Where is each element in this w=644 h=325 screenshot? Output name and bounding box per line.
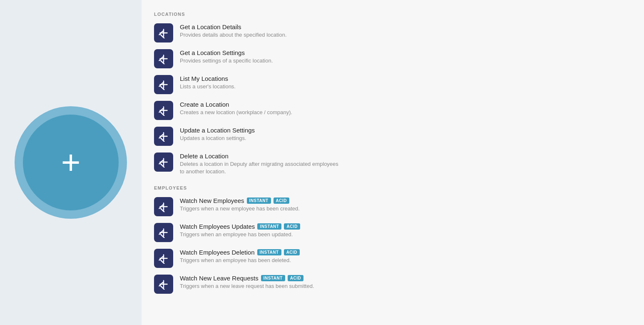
svg-rect-15 bbox=[160, 112, 165, 116]
svg-rect-39 bbox=[160, 285, 165, 290]
item-desc-update-a-location-settings: Updates a location settings. bbox=[180, 135, 255, 142]
svg-rect-19 bbox=[160, 138, 165, 142]
item-text-update-a-location-settings: Update a Location SettingsUpdates a loca… bbox=[180, 127, 255, 142]
svg-rect-11 bbox=[160, 86, 165, 90]
deputy-icon-get-location-settings bbox=[154, 49, 173, 68]
svg-rect-23 bbox=[160, 163, 165, 168]
item-text-list-my-locations: List My LocationsLists a user's location… bbox=[180, 75, 236, 90]
item-title-get-location-settings: Get a Location Settings bbox=[180, 49, 273, 56]
item-text-get-location-details: Get a Location DetailsProvides details a… bbox=[180, 23, 287, 39]
svg-rect-7 bbox=[160, 60, 165, 64]
item-desc-delete-a-location: Deletes a location in Deputy after migra… bbox=[180, 160, 340, 175]
item-title-text-watch-new-leave-requests: Watch New Leave Requests bbox=[180, 275, 259, 282]
list-item-create-a-location[interactable]: Create a LocationCreates a new location … bbox=[154, 99, 340, 122]
item-title-watch-new-leave-requests: Watch New Leave RequestsINSTANTACID bbox=[180, 275, 314, 282]
plus-circle-outer: + bbox=[15, 106, 127, 219]
item-text-watch-new-leave-requests: Watch New Leave RequestsINSTANTACIDTrigg… bbox=[180, 275, 314, 290]
item-title-update-a-location-settings: Update a Location Settings bbox=[180, 127, 255, 134]
list-item-get-location-details[interactable]: Get a Location DetailsProvides details a… bbox=[154, 22, 340, 44]
svg-rect-3 bbox=[160, 34, 165, 38]
section-label-employees: EMPLOYEES bbox=[154, 185, 340, 190]
item-desc-create-a-location: Creates a new location (workplace / comp… bbox=[180, 109, 292, 116]
deputy-icon-delete-a-location bbox=[154, 152, 173, 172]
item-title-watch-employees-updates: Watch Employees UpdatesINSTANTACID bbox=[180, 223, 300, 230]
section-locations: LOCATIONS Get a Location DetailsProvides… bbox=[154, 12, 340, 177]
list-item-watch-new-leave-requests[interactable]: Watch New Leave RequestsINSTANTACIDTrigg… bbox=[154, 273, 340, 295]
section-employees: EMPLOYEES Watch New EmployeesINSTANTACID… bbox=[154, 185, 340, 295]
svg-rect-27 bbox=[160, 208, 165, 212]
item-title-create-a-location: Create a Location bbox=[180, 101, 292, 108]
left-panel: + bbox=[0, 0, 142, 325]
plus-icon: + bbox=[61, 146, 81, 179]
item-title-watch-employees-deletion: Watch Employees DeletionINSTANTACID bbox=[180, 249, 300, 256]
deputy-icon-watch-employees-updates bbox=[154, 223, 173, 242]
svg-rect-31 bbox=[160, 234, 165, 238]
badge-acid-watch-employees-updates: ACID bbox=[284, 223, 300, 230]
svg-rect-35 bbox=[160, 260, 165, 264]
item-title-text-watch-employees-updates: Watch Employees Updates bbox=[180, 223, 255, 230]
badge-acid-watch-new-leave-requests: ACID bbox=[288, 275, 303, 281]
item-title-text-watch-employees-deletion: Watch Employees Deletion bbox=[180, 249, 255, 256]
item-title-text-list-my-locations: List My Locations bbox=[180, 75, 228, 82]
deputy-icon-watch-new-employees bbox=[154, 197, 173, 216]
badge-acid-watch-new-employees: ACID bbox=[274, 198, 289, 204]
list-item-watch-employees-updates[interactable]: Watch Employees UpdatesINSTANTACIDTrigge… bbox=[154, 221, 340, 244]
section-label-locations: LOCATIONS bbox=[154, 12, 340, 17]
item-text-watch-employees-updates: Watch Employees UpdatesINSTANTACIDTrigge… bbox=[180, 223, 300, 238]
deputy-icon-watch-employees-deletion bbox=[154, 249, 173, 268]
item-text-watch-employees-deletion: Watch Employees DeletionINSTANTACIDTrigg… bbox=[180, 249, 300, 264]
badge-instant-watch-new-employees: INSTANT bbox=[247, 198, 271, 204]
item-title-list-my-locations: List My Locations bbox=[180, 75, 236, 82]
list-item-update-a-location-settings[interactable]: Update a Location SettingsUpdates a loca… bbox=[154, 125, 340, 148]
item-text-watch-new-employees: Watch New EmployeesINSTANTACIDTriggers w… bbox=[180, 197, 300, 212]
item-title-text-update-a-location-settings: Update a Location Settings bbox=[180, 127, 255, 134]
item-title-get-location-details: Get a Location Details bbox=[180, 23, 287, 30]
item-desc-get-location-settings: Provides settings of a specific location… bbox=[180, 57, 273, 65]
item-title-text-watch-new-employees: Watch New Employees bbox=[180, 197, 244, 204]
list-item-get-location-settings[interactable]: Get a Location SettingsProvides settings… bbox=[154, 48, 340, 70]
badge-instant-watch-employees-updates: INSTANT bbox=[257, 223, 281, 230]
badge-acid-watch-employees-deletion: ACID bbox=[284, 249, 300, 255]
list-item-list-my-locations[interactable]: List My LocationsLists a user's location… bbox=[154, 73, 340, 96]
add-button[interactable]: + bbox=[23, 115, 119, 210]
item-desc-list-my-locations: Lists a user's locations. bbox=[180, 83, 236, 90]
item-title-watch-new-employees: Watch New EmployeesINSTANTACID bbox=[180, 197, 300, 204]
deputy-icon-update-a-location-settings bbox=[154, 127, 173, 146]
list-item-delete-a-location[interactable]: Delete a LocationDeletes a location in D… bbox=[154, 151, 340, 177]
item-desc-watch-new-leave-requests: Triggers when a new leave request has be… bbox=[180, 282, 314, 290]
item-text-get-location-settings: Get a Location SettingsProvides settings… bbox=[180, 49, 273, 65]
deputy-icon-create-a-location bbox=[154, 101, 173, 120]
item-text-delete-a-location: Delete a LocationDeletes a location in D… bbox=[180, 152, 340, 175]
badge-instant-watch-employees-deletion: INSTANT bbox=[257, 249, 281, 255]
item-text-create-a-location: Create a LocationCreates a new location … bbox=[180, 101, 292, 116]
main-content: LOCATIONS Get a Location DetailsProvides… bbox=[142, 0, 353, 325]
item-title-text-create-a-location: Create a Location bbox=[180, 101, 229, 108]
item-desc-watch-employees-deletion: Triggers when an employee has been delet… bbox=[180, 257, 300, 264]
item-title-delete-a-location: Delete a Location bbox=[180, 152, 340, 160]
item-desc-watch-employees-updates: Triggers when an employee has been updat… bbox=[180, 231, 300, 238]
item-desc-watch-new-employees: Triggers when a new employee has been cr… bbox=[180, 205, 300, 212]
deputy-icon-get-location-details bbox=[154, 23, 173, 42]
item-title-text-get-location-settings: Get a Location Settings bbox=[180, 49, 245, 56]
list-item-watch-employees-deletion[interactable]: Watch Employees DeletionINSTANTACIDTrigg… bbox=[154, 247, 340, 270]
item-desc-get-location-details: Provides details about the specified loc… bbox=[180, 31, 287, 39]
item-title-text-get-location-details: Get a Location Details bbox=[180, 23, 241, 30]
deputy-icon-watch-new-leave-requests bbox=[154, 275, 173, 294]
right-panel bbox=[353, 0, 644, 325]
list-item-watch-new-employees[interactable]: Watch New EmployeesINSTANTACIDTriggers w… bbox=[154, 195, 340, 218]
badge-instant-watch-new-leave-requests: INSTANT bbox=[261, 275, 285, 281]
item-title-text-delete-a-location: Delete a Location bbox=[180, 152, 229, 160]
deputy-icon-list-my-locations bbox=[154, 75, 173, 94]
